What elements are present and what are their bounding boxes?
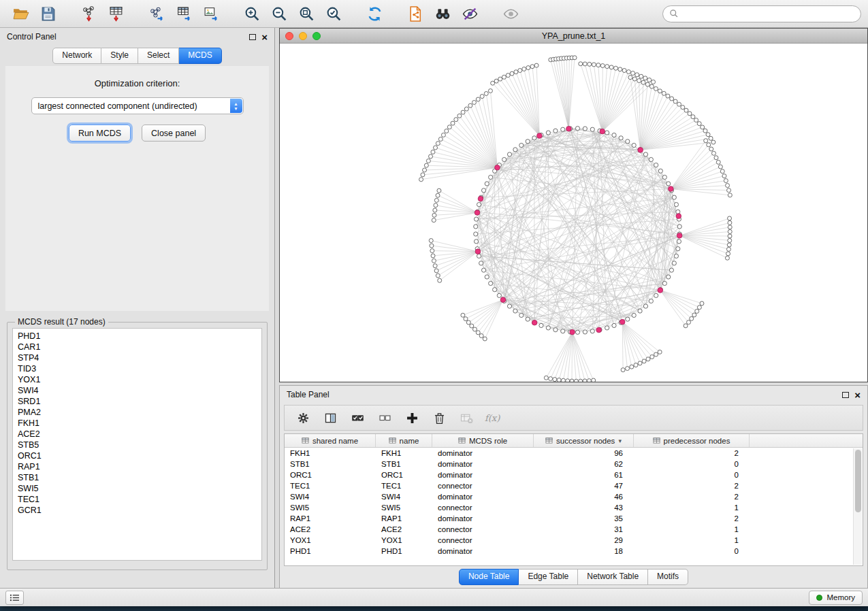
name-cell: SWI5 (376, 503, 432, 512)
mcds-result-node[interactable]: GCR1 (18, 505, 257, 516)
mcds-result-node[interactable]: YOX1 (18, 374, 257, 385)
control-panel-header: Control Panel × (0, 28, 274, 46)
close-mcds-panel-button[interactable]: Close panel (142, 125, 206, 142)
table-row[interactable]: ORC1ORC1dominator610 (285, 469, 863, 480)
network-canvas[interactable] (280, 44, 867, 382)
svg-text:f(x): f(x) (485, 413, 500, 423)
memory-button[interactable]: Memory (809, 591, 863, 605)
export-network-button[interactable] (143, 2, 170, 25)
column-header-shared-name[interactable]: shared name (285, 434, 376, 447)
run-mcds-button[interactable]: Run MCDS (69, 125, 131, 142)
search-network-button[interactable] (429, 2, 456, 25)
mcds-result-node[interactable]: PMA2 (18, 407, 257, 418)
mcds-result-node[interactable]: SRD1 (18, 396, 257, 407)
tab-network-table[interactable]: Network Table (578, 569, 648, 584)
mcds-result-node[interactable]: PHD1 (18, 331, 257, 342)
scrollbar-thumb[interactable] (855, 450, 861, 512)
close-window-icon[interactable] (285, 32, 293, 40)
shared-name-cell: STB1 (285, 460, 376, 468)
name-cell: ORC1 (376, 471, 432, 479)
close-table-panel-icon[interactable]: × (854, 390, 861, 400)
main-toolbar (0, 0, 868, 28)
predecessor-count-cell: 2 (634, 514, 750, 523)
refresh-button[interactable] (361, 2, 388, 25)
maximize-window-icon[interactable] (312, 32, 321, 40)
mcds-result-list[interactable]: PHD1CAR1STP4TID3YOX1SWI4SRD1PMA2FKH1ACE2… (12, 328, 262, 561)
mcds-result-node[interactable]: TEC1 (18, 494, 257, 505)
mcds-result-node[interactable]: ACE2 (18, 429, 257, 440)
table-grid-icon (653, 437, 660, 444)
mcds-result-node[interactable]: TID3 (18, 363, 257, 374)
select-all-button[interactable] (347, 408, 368, 428)
table-scrollbar[interactable] (853, 448, 862, 565)
tab-edge-table[interactable]: Edge Table (519, 569, 578, 584)
mcds-result-node[interactable]: SWI5 (18, 483, 257, 494)
mcds-result-node[interactable]: FKH1 (18, 418, 257, 429)
share-document-button[interactable] (402, 2, 429, 25)
tab-node-table[interactable]: Node Table (459, 569, 519, 584)
export-table-button[interactable] (170, 2, 197, 25)
column-header-MCDS-role[interactable]: MCDS role (432, 434, 534, 447)
hide-details-button[interactable] (456, 2, 483, 25)
column-label: name (400, 437, 419, 445)
import-network-button[interactable] (75, 2, 102, 25)
column-label: successor nodes (556, 437, 615, 445)
mcds-result-node[interactable]: ORC1 (18, 450, 257, 461)
float-panel-icon[interactable] (249, 34, 256, 40)
minimize-window-icon[interactable] (299, 32, 307, 40)
open-folder-button[interactable] (7, 2, 34, 25)
add-button[interactable] (402, 408, 422, 428)
mcds-result-node[interactable]: SWI4 (18, 385, 257, 396)
close-panel-icon[interactable]: × (261, 32, 268, 42)
column-header-name[interactable]: name (376, 434, 432, 447)
float-table-panel-icon[interactable] (842, 392, 849, 398)
mcds-role-cell: dominator (432, 514, 534, 523)
zoom-fit-button[interactable] (293, 2, 320, 25)
shared-name-cell: FKH1 (285, 449, 376, 457)
show-details-button[interactable] (497, 2, 524, 25)
mcds-result-node[interactable]: RAP1 (18, 461, 257, 472)
gear-button[interactable] (293, 408, 313, 428)
column-header-predecessor-nodes[interactable]: predecessor nodes (634, 434, 750, 447)
columns-button[interactable] (320, 408, 340, 428)
table-row[interactable]: RAP1RAP1dominator352 (285, 513, 863, 524)
optimization-criterion-select[interactable]: largest connected component (undirected)… (31, 97, 244, 114)
export-image-button[interactable] (197, 2, 225, 25)
tab-motifs[interactable]: Motifs (648, 569, 688, 584)
successor-count-cell: 29 (534, 536, 634, 544)
task-history-button[interactable] (5, 591, 24, 605)
table-row[interactable]: SWI4SWI4dominator462 (285, 491, 863, 502)
zoom-in-button[interactable] (238, 2, 266, 25)
zoom-selected-button[interactable] (320, 2, 347, 25)
name-cell: YOX1 (376, 536, 432, 544)
tab-network[interactable]: Network (52, 48, 101, 63)
table-row[interactable]: YOX1YOX1connector291 (285, 535, 863, 546)
column-header-successor-nodes[interactable]: successor nodes▾ (534, 434, 634, 447)
column-header-filler (750, 434, 863, 447)
table-row[interactable]: FKH1FKH1dominator962 (285, 448, 863, 459)
table-row[interactable]: STB1STB1dominator620 (285, 459, 863, 469)
toolbar-buttons (7, 2, 524, 25)
export-network-icon (148, 5, 165, 22)
mcds-result-node[interactable]: STB1 (18, 472, 257, 483)
search-box[interactable] (662, 5, 861, 22)
network-window-titlebar[interactable]: YPA_prune.txt_1 (280, 29, 867, 44)
zoom-out-button[interactable] (266, 2, 293, 25)
tab-select[interactable]: Select (138, 48, 179, 63)
table-row[interactable]: TEC1TEC1connector472 (285, 480, 863, 491)
table-row[interactable]: ACE2ACE2connector311 (285, 524, 863, 535)
import-table-button[interactable] (102, 2, 129, 25)
delete-disabled-icon (460, 411, 474, 425)
save-button[interactable] (34, 2, 61, 25)
tab-style[interactable]: Style (101, 48, 138, 63)
mcds-result-node[interactable]: STB5 (18, 440, 257, 450)
mcds-result-node[interactable]: CAR1 (18, 342, 257, 352)
mcds-result-node[interactable]: STP4 (18, 352, 257, 363)
table-row[interactable]: PHD1PHD1dominator180 (285, 546, 863, 557)
unselect-all-button[interactable] (374, 408, 395, 428)
delete-button[interactable] (429, 408, 449, 428)
shared-name-cell: ACE2 (285, 525, 376, 533)
tab-mcds[interactable]: MCDS (179, 48, 221, 63)
search-input[interactable] (683, 9, 854, 18)
table-row[interactable]: SWI5SWI5connector431 (285, 502, 863, 513)
